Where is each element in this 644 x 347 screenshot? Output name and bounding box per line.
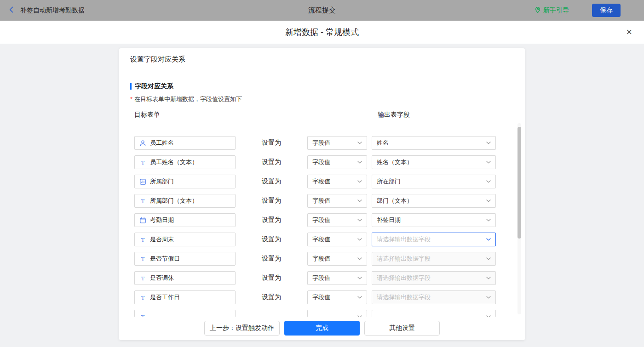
chevron-down-icon <box>357 315 362 317</box>
value-type-select[interactable]: 字段值 <box>307 252 367 266</box>
value-type-select[interactable] <box>307 310 367 317</box>
chevron-down-icon <box>357 199 362 202</box>
close-icon[interactable]: × <box>626 27 632 37</box>
prev-step-button[interactable]: 上一步：设置触发动作 <box>204 321 280 336</box>
target-field-box[interactable]: T 是否调休 <box>134 271 236 285</box>
modal-header: 新增数据 - 常规模式 × <box>0 21 644 44</box>
set-as-label: 设置为 <box>262 216 281 223</box>
chevron-down-icon <box>486 199 491 202</box>
target-field-box[interactable]: T 是否工作日 <box>134 290 236 304</box>
footer-actions: 上一步：设置触发动作 完成 其他设置 <box>119 317 525 340</box>
value-type-select[interactable]: 字段值 <box>307 155 367 169</box>
chevron-down-icon <box>486 296 491 299</box>
field-mapping-row: 所属部门 设置为 字段值 所在部门 <box>134 172 525 191</box>
required-mark: * <box>130 96 132 102</box>
card-header: 设置字段对应关系 <box>119 48 525 71</box>
hint-text: *在目标表单中新增数据，字段值设置如下 <box>130 95 514 103</box>
output-field-select[interactable]: 请选择输出数据字段 <box>372 271 496 285</box>
accent-bar <box>130 83 132 90</box>
output-field-select[interactable]: 请选择输出数据字段 <box>372 252 496 266</box>
value-type-select[interactable]: 字段值 <box>307 194 367 208</box>
other-settings-button[interactable]: 其他设置 <box>364 321 440 336</box>
field-mapping-card: 设置字段对应关系 字段对应关系 *在目标表单中新增数据，字段值设置如下 目标表单… <box>119 48 525 340</box>
field-mapping-row: T 是否节假日 设置为 字段值 请选择输出数据字段 <box>134 249 525 268</box>
section-title: 字段对应关系 <box>130 71 514 91</box>
guide-label: 新手引导 <box>543 6 569 15</box>
value-type-select[interactable]: 字段值 <box>307 213 367 227</box>
user-icon <box>139 140 146 147</box>
chevron-down-icon <box>486 180 491 183</box>
chevron-down-icon <box>486 142 491 144</box>
text-icon: T <box>139 275 146 282</box>
chevron-down-icon <box>357 161 362 164</box>
target-field-label: 是否调休 <box>150 274 174 282</box>
target-field-label: 所属部门（文本） <box>150 197 198 205</box>
guide-pin-icon <box>535 6 541 15</box>
output-field-select[interactable] <box>372 310 496 317</box>
chevron-left-icon <box>7 6 16 16</box>
set-as-label: 设置为 <box>262 197 281 204</box>
done-button[interactable]: 完成 <box>284 321 360 336</box>
target-field-label: 员工姓名（文本） <box>150 158 198 166</box>
set-as-label: 设置为 <box>262 255 281 262</box>
target-field-label: 是否节假日 <box>150 255 180 263</box>
target-field-label: 员工姓名 <box>150 139 174 147</box>
output-field-select[interactable]: 部门（文本） <box>372 194 496 208</box>
chevron-down-icon <box>357 180 362 183</box>
field-mapping-row: 员工姓名 设置为 字段值 姓名 <box>134 133 525 153</box>
set-as-label: 设置为 <box>262 274 281 281</box>
set-as-label: 设置为 <box>262 293 281 301</box>
scrollbar-thumb[interactable] <box>518 127 521 239</box>
output-field-select[interactable]: 请选择输出数据字段 <box>372 290 496 304</box>
target-field-box[interactable]: T <box>134 310 236 317</box>
chevron-down-icon <box>357 257 362 260</box>
target-field-box[interactable]: T 是否周末 <box>134 233 236 246</box>
target-field-box[interactable]: T 员工姓名（文本） <box>134 155 236 169</box>
chevron-down-icon <box>357 142 362 144</box>
section-intro: 字段对应关系 *在目标表单中新增数据，字段值设置如下 目标表单 输出表字段 <box>130 71 514 122</box>
beginner-guide-link[interactable]: 新手引导 <box>535 6 569 15</box>
chevron-down-icon <box>357 277 362 279</box>
output-field-select[interactable]: 姓名 <box>372 136 496 150</box>
output-field-select[interactable]: 姓名（文本） <box>372 155 496 169</box>
target-field-label: 所属部门 <box>150 177 174 186</box>
back-button[interactable]: 补签自动新增考勤数据 <box>7 6 85 16</box>
save-button[interactable]: 保存 <box>592 4 621 17</box>
target-field-label: 是否周末 <box>150 235 174 244</box>
target-field-box[interactable]: 员工姓名 <box>134 136 236 150</box>
set-as-label: 设置为 <box>262 139 281 146</box>
target-field-box[interactable]: T 是否节假日 <box>134 252 236 266</box>
set-as-label: 设置为 <box>262 235 281 243</box>
output-field-select[interactable]: 请选择输出数据字段 <box>372 233 496 246</box>
field-mapping-row: 考勤日期 设置为 字段值 补签日期 <box>134 210 525 230</box>
chevron-down-icon <box>357 219 362 222</box>
modal-body: 设置字段对应关系 字段对应关系 *在目标表单中新增数据，字段值设置如下 目标表单… <box>0 48 644 347</box>
column-header-target: 目标表单 <box>134 111 160 118</box>
mapping-rows-list: 员工姓名 设置为 字段值 姓名 T 员工姓名（文本） 设置为 <box>119 122 525 317</box>
value-type-select[interactable]: 字段值 <box>307 271 367 285</box>
chevron-down-icon <box>486 161 491 164</box>
output-field-select[interactable]: 所在部门 <box>372 175 496 188</box>
value-type-select[interactable]: 字段值 <box>307 290 367 304</box>
chevron-down-icon <box>486 238 491 241</box>
target-field-box[interactable]: T 所属部门（文本） <box>134 194 236 208</box>
text-icon: T <box>139 159 146 166</box>
chevron-down-icon <box>486 219 491 222</box>
text-icon: T <box>139 313 146 317</box>
set-as-label: 设置为 <box>262 158 281 165</box>
chevron-down-icon <box>486 315 491 317</box>
modal-title: 新增数据 - 常规模式 <box>285 27 359 38</box>
field-mapping-row: T <box>134 307 525 317</box>
target-field-box[interactable]: 考勤日期 <box>134 213 236 227</box>
target-field-box[interactable]: 所属部门 <box>134 175 236 188</box>
output-field-select[interactable]: 补签日期 <box>372 213 496 227</box>
value-type-select[interactable]: 字段值 <box>307 136 367 150</box>
calendar-icon <box>139 217 146 224</box>
field-mapping-row: T 员工姓名（文本） 设置为 字段值 姓名（文本） <box>134 153 525 172</box>
value-type-select[interactable]: 字段值 <box>307 175 367 188</box>
workflow-name: 补签自动新增考勤数据 <box>20 6 85 15</box>
text-icon: T <box>139 236 146 243</box>
value-type-select[interactable]: 字段值 <box>307 233 367 246</box>
field-mapping-row: T 是否周末 设置为 字段值 请选择输出数据字段 <box>134 230 525 249</box>
chevron-down-icon <box>357 296 362 299</box>
